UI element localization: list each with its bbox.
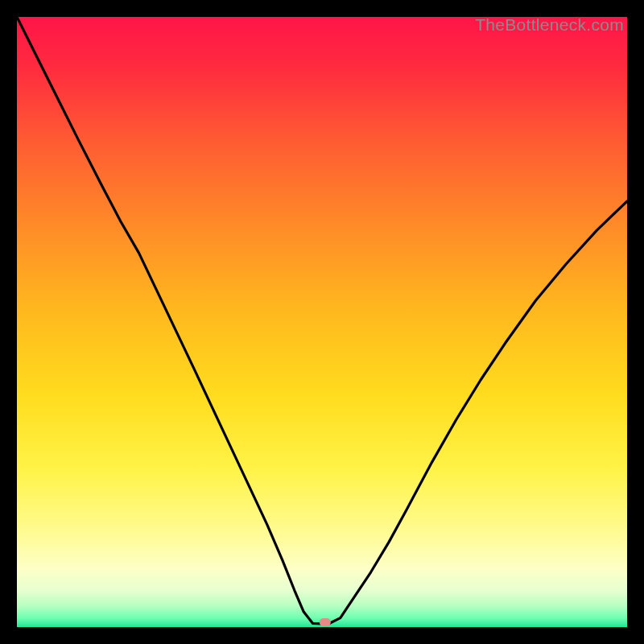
- gradient-background: [17, 17, 627, 627]
- chart-frame: TheBottleneck.com: [17, 17, 627, 627]
- bottleneck-chart: [17, 17, 627, 627]
- watermark-text: TheBottleneck.com: [475, 15, 624, 35]
- optimal-point-marker: [320, 618, 331, 626]
